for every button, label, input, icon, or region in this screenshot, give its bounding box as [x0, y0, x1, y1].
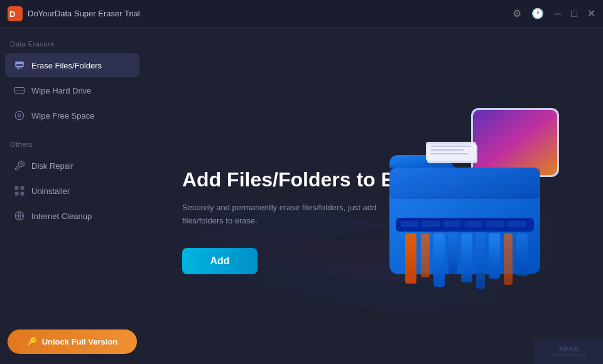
title-bar-controls: ⚙ 🕐 ─ □ ✕	[513, 8, 595, 19]
shredder-icon	[14, 60, 25, 71]
sidebar-item-uninstaller[interactable]: Uninstaller	[5, 179, 139, 203]
svg-rect-15	[15, 192, 19, 196]
sidebar-item-wipe-hard-drive-label: Wipe Hard Drive	[31, 86, 91, 95]
watermark: 系统天地 XiTongTianDi.net	[534, 339, 603, 364]
svg-rect-37	[516, 233, 528, 276]
settings-icon[interactable]: ⚙	[513, 8, 521, 19]
minimize-icon[interactable]: ─	[554, 8, 561, 19]
svg-rect-25	[443, 221, 461, 227]
svg-point-11	[15, 111, 24, 120]
shredder-illustration	[339, 28, 603, 364]
main-content-area: Add Files/Folders to Erase Securely and …	[144, 28, 603, 364]
svg-rect-26	[465, 221, 482, 227]
add-button[interactable]: Add	[182, 248, 258, 274]
sidebar-item-disk-repair[interactable]: Disk Repair	[5, 154, 139, 178]
sidebar: Data Erasure Erase Files/Folders	[0, 28, 144, 364]
wrench-icon	[14, 160, 25, 171]
svg-point-12	[18, 114, 21, 117]
sidebar-item-erase-files-label: Erase Files/Folders	[31, 61, 102, 70]
app-layout: Data Erasure Erase Files/Folders	[0, 28, 603, 364]
shredder-svg	[371, 95, 572, 296]
unlock-button-label: Unlock Full Version	[42, 337, 118, 346]
unlock-full-version-button[interactable]: 🔑 Unlock Full Version	[8, 329, 137, 354]
sidebar-item-internet-cleanup-label: Internet Cleanup	[31, 211, 92, 221]
svg-rect-24	[422, 221, 440, 227]
sidebar-item-disk-repair-label: Disk Repair	[31, 161, 73, 171]
svg-rect-30	[421, 233, 430, 277]
svg-rect-14	[21, 186, 24, 190]
svg-rect-28	[508, 221, 526, 227]
svg-rect-13	[15, 186, 19, 190]
svg-rect-19	[473, 110, 557, 175]
globe-icon	[14, 210, 25, 222]
svg-rect-36	[504, 233, 513, 285]
close-icon[interactable]: ✕	[587, 8, 595, 19]
app-logo-icon: D	[8, 6, 23, 21]
sidebar-item-uninstaller-label: Uninstaller	[31, 186, 70, 196]
svg-rect-23	[401, 221, 418, 227]
key-icon: 🔑	[27, 337, 37, 346]
sidebar-item-wipe-free-space-label: Wipe Free Space	[31, 111, 94, 120]
svg-rect-34	[476, 233, 485, 289]
app-title: DoYourData Super Eraser Trial	[28, 9, 140, 18]
svg-rect-39	[426, 142, 476, 161]
disc-icon	[14, 110, 25, 121]
svg-rect-16	[21, 192, 24, 196]
svg-rect-7	[21, 67, 22, 69]
history-icon[interactable]: 🕐	[531, 8, 544, 19]
sidebar-item-erase-files[interactable]: Erase Files/Folders	[5, 53, 139, 77]
maximize-icon[interactable]: □	[571, 8, 577, 19]
sidebar-item-wipe-free-space[interactable]: Wipe Free Space	[5, 104, 139, 127]
svg-rect-27	[486, 221, 504, 227]
svg-rect-5	[18, 67, 19, 70]
svg-text:D: D	[9, 9, 15, 19]
svg-rect-6	[19, 67, 21, 68]
section-data-erasure: Data Erasure	[0, 38, 144, 53]
svg-rect-32	[448, 233, 457, 274]
svg-rect-21	[389, 168, 540, 199]
svg-rect-29	[405, 233, 416, 284]
svg-rect-4	[17, 67, 18, 69]
sidebar-item-wipe-hard-drive[interactable]: Wipe Hard Drive	[5, 78, 139, 102]
svg-point-9	[21, 90, 23, 92]
hdd-icon	[14, 85, 25, 96]
section-others: Others	[0, 138, 144, 153]
svg-rect-3	[16, 65, 23, 66]
apps-icon	[14, 185, 25, 196]
svg-rect-35	[489, 233, 500, 279]
sidebar-item-internet-cleanup[interactable]: Internet Cleanup	[5, 204, 139, 228]
title-bar-left: D DoYourData Super Eraser Trial	[8, 6, 140, 21]
svg-rect-31	[433, 233, 445, 287]
svg-rect-33	[461, 233, 472, 282]
title-bar: D DoYourData Super Eraser Trial ⚙ 🕐 ─ □ …	[0, 0, 603, 28]
